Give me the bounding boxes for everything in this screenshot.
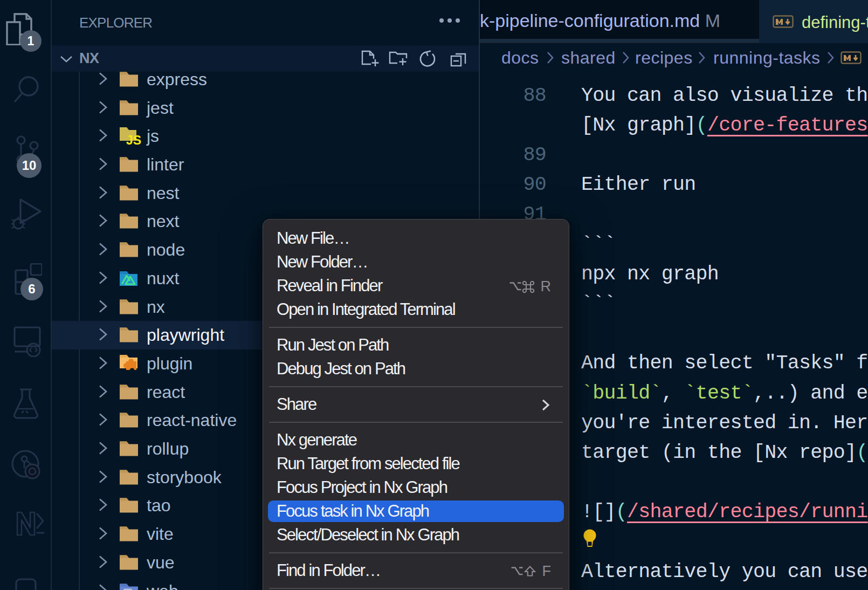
svg-text:JS: JS — [126, 133, 141, 146]
